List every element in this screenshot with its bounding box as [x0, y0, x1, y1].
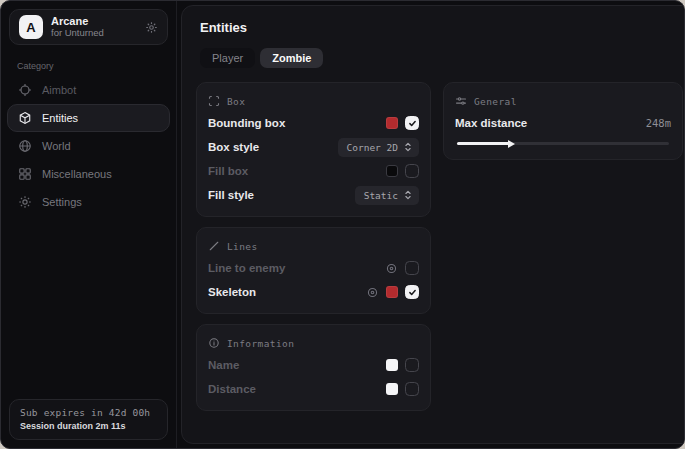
- section-title: Lines: [227, 241, 258, 252]
- screen: A Arcane for Unturned Category: [0, 0, 685, 449]
- sidebar-item-entities[interactable]: Entities: [7, 104, 170, 132]
- tab-player[interactable]: Player: [200, 48, 255, 68]
- max-distance-slider[interactable]: [457, 142, 669, 145]
- checkbox-checked[interactable]: [405, 116, 419, 130]
- entities-cube-icon: [18, 111, 32, 125]
- color-swatch[interactable]: [386, 383, 398, 395]
- main-panel: Entities Player Zombie: [181, 5, 685, 444]
- setting-row-fill-style: Fill style Static: [208, 184, 419, 206]
- lines-section-header: Lines: [208, 237, 419, 255]
- setting-label: Line to enemy: [208, 262, 378, 274]
- setting-label: Fill style: [208, 189, 348, 201]
- setting-row-line-to-enemy: Line to enemy: [208, 257, 419, 279]
- crosshair-icon: [18, 83, 32, 97]
- checkbox-unchecked[interactable]: [405, 164, 419, 178]
- setting-row-name: Name: [208, 354, 419, 376]
- setting-label: Fill box: [208, 165, 379, 177]
- subscription-card: Sub expires in 42d 00h Session duration …: [9, 399, 168, 440]
- unfold-icon: [404, 190, 412, 200]
- sidebar-item-settings[interactable]: Settings: [7, 188, 170, 216]
- left-column: Box Bounding box Box: [196, 82, 431, 411]
- dropdown-value: Corner 2D: [347, 142, 398, 153]
- setting-row-skeleton: Skeleton: [208, 281, 419, 303]
- unfold-icon: [404, 142, 412, 152]
- grid-icon: [18, 167, 32, 181]
- color-swatch[interactable]: [386, 359, 398, 371]
- sidebar-item-miscellaneous[interactable]: Miscellaneous: [7, 160, 170, 188]
- app-logo: A: [19, 15, 43, 39]
- section-title: General: [474, 96, 517, 107]
- section-title: Box: [227, 96, 245, 107]
- checkbox-checked[interactable]: [405, 285, 419, 299]
- app-name: Arcane: [51, 15, 137, 28]
- fill-style-dropdown[interactable]: Static: [355, 186, 419, 205]
- gear-icon: [18, 195, 32, 209]
- app-window: A Arcane for Unturned Category: [0, 0, 685, 449]
- setting-label: Bounding box: [208, 117, 379, 129]
- sub-expiry-text: Sub expires in 42d 00h: [20, 407, 157, 418]
- slider-value: 248m: [646, 117, 671, 129]
- setting-row-max-distance: Max distance 248m: [455, 113, 671, 133]
- setting-label: Box style: [208, 141, 331, 153]
- brand-card: A Arcane for Unturned: [9, 9, 168, 45]
- gear-icon[interactable]: [145, 21, 158, 34]
- color-swatch[interactable]: [386, 117, 398, 129]
- setting-row-fill-box: Fill box: [208, 160, 419, 182]
- globe-icon: [18, 139, 32, 153]
- information-section-header: Information: [208, 334, 419, 352]
- checkbox-unchecked[interactable]: [405, 358, 419, 372]
- checkbox-unchecked[interactable]: [405, 382, 419, 396]
- dropdown-value: Static: [364, 190, 398, 201]
- sidebar-nav: Aimbot Entities: [1, 76, 176, 216]
- sidebar-item-label: World: [42, 140, 71, 152]
- corner-frame-icon: [208, 95, 220, 107]
- app-subtitle: for Unturned: [51, 28, 137, 39]
- entity-tabs: Player Zombie: [200, 48, 683, 68]
- tab-zombie[interactable]: Zombie: [260, 48, 323, 68]
- settings-content: Box Bounding box Box: [196, 82, 683, 411]
- sidebar-item-world[interactable]: World: [7, 132, 170, 160]
- color-swatch[interactable]: [386, 286, 398, 298]
- section-title: Information: [227, 338, 294, 349]
- options-gear-icon[interactable]: [385, 262, 398, 275]
- page-title: Entities: [200, 20, 683, 35]
- brand-text: Arcane for Unturned: [51, 15, 137, 39]
- options-gear-icon[interactable]: [366, 286, 379, 299]
- setting-row-distance: Distance: [208, 378, 419, 400]
- lines-section: Lines Line to enemy: [196, 227, 431, 314]
- setting-row-bounding-box: Bounding box: [208, 112, 419, 134]
- slider-fill: [457, 142, 510, 145]
- checkbox-unchecked[interactable]: [405, 261, 419, 275]
- sidebar-item-aimbot[interactable]: Aimbot: [7, 76, 170, 104]
- box-style-dropdown[interactable]: Corner 2D: [338, 138, 419, 157]
- info-icon: [208, 337, 220, 349]
- color-swatch[interactable]: [386, 165, 398, 177]
- diagonal-line-icon: [208, 240, 220, 252]
- setting-label: Name: [208, 359, 379, 371]
- box-section-header: Box: [208, 92, 419, 110]
- sidebar-item-label: Aimbot: [42, 84, 76, 96]
- general-section: General Max distance 248m: [443, 82, 683, 160]
- sidebar-item-label: Miscellaneous: [42, 168, 112, 180]
- sliders-icon: [455, 95, 467, 107]
- information-section: Information Name Distance: [196, 324, 431, 411]
- setting-label: Distance: [208, 383, 379, 395]
- setting-label: Max distance: [455, 117, 646, 129]
- general-section-header: General: [455, 92, 671, 110]
- sidebar-item-label: Settings: [42, 196, 82, 208]
- right-column: General Max distance 248m: [443, 82, 683, 160]
- box-section: Box Bounding box Box: [196, 82, 431, 217]
- category-label: Category: [17, 61, 160, 71]
- sidebar: A Arcane for Unturned Category: [1, 1, 177, 448]
- setting-row-box-style: Box style Corner 2D: [208, 136, 419, 158]
- slider-handle[interactable]: [508, 140, 515, 148]
- sidebar-item-label: Entities: [42, 112, 78, 124]
- session-duration-text: Session duration 2m 11s: [20, 421, 157, 431]
- setting-label: Skeleton: [208, 286, 359, 298]
